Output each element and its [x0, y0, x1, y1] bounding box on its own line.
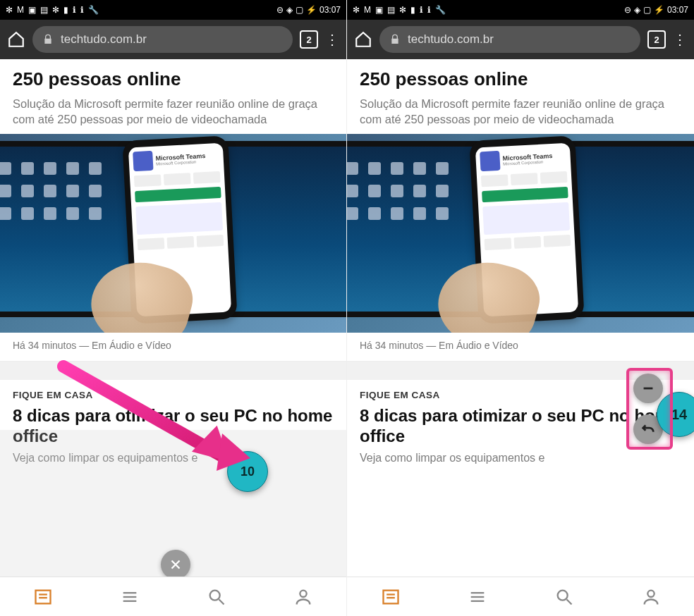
calendar-icon: ▤	[387, 5, 395, 15]
address-bar[interactable]: techtudo.com.br	[379, 26, 640, 53]
key-icon: ℹ	[427, 5, 431, 15]
news-icon[interactable]	[381, 587, 401, 607]
article-2-subtitle: Veja como limpar os equipamentos e	[360, 452, 681, 464]
battery-icon: ⚡	[654, 5, 664, 15]
remove-target-button[interactable]	[161, 550, 190, 579]
wrench-icon: 🔧	[435, 5, 446, 15]
article-image[interactable]: Microsoft TeamsMicrosoft Corporation	[0, 134, 346, 333]
lock-icon	[389, 34, 401, 45]
signal-icon: ▢	[643, 5, 651, 15]
status-bar: ✻ M ▣ ▤ ✻ ▮ ℹ ℹ 🔧 ⊖ ◈ ▢ ⚡ 03:07	[347, 0, 694, 20]
headline-2: 8 dicas para otimizar o seu PC no home o…	[13, 406, 334, 446]
url-text: techtudo.com.br	[61, 32, 147, 47]
headline: 250 pessoas online	[13, 69, 334, 90]
article-subtitle: Solução da Microsoft permite fazer reuni…	[360, 96, 681, 128]
article-meta: Há 34 minutos — Em Áudio e Vídeo	[347, 333, 694, 362]
kicker: FIQUE EM CASA	[13, 390, 334, 400]
floating-bubble[interactable]: 10	[227, 451, 268, 492]
dnd-icon: ⊖	[624, 5, 631, 15]
close-icon	[168, 557, 183, 572]
key-icon: ℹ	[73, 5, 76, 15]
bottom-nav	[0, 577, 346, 616]
battery-icon: ⚡	[306, 5, 317, 15]
separator	[0, 362, 346, 380]
sd-icon: ▮	[63, 5, 68, 15]
dnd-icon: ⊖	[276, 5, 284, 15]
svg-point-6	[210, 590, 220, 600]
status-icon: ✻	[399, 5, 406, 15]
tab-switcher[interactable]: 2	[300, 30, 318, 49]
article-meta: Há 34 minutos — Em Áudio e Vídeo	[0, 333, 346, 362]
svg-point-18	[647, 590, 654, 596]
svg-point-16	[557, 590, 567, 600]
svg-line-7	[219, 599, 224, 604]
headline: 250 pessoas online	[360, 69, 681, 90]
tab-switcher[interactable]: 2	[647, 30, 666, 49]
article-2[interactable]: FIQUE EM CASA 8 dicas para otimizar o se…	[0, 380, 346, 470]
profile-icon[interactable]	[641, 587, 661, 607]
article-2-subtitle: Veja como limpar os equipamentos e	[13, 452, 334, 464]
clock-text: 03:07	[667, 5, 688, 15]
page-content[interactable]: 250 pessoas online Solução da Microsoft …	[0, 59, 346, 470]
search-icon[interactable]	[554, 587, 574, 607]
home-icon[interactable]	[354, 30, 372, 49]
wifi-icon: ◈	[634, 5, 640, 15]
home-icon[interactable]	[7, 30, 25, 49]
menu-icon[interactable]: ⋮	[673, 31, 687, 48]
status-bar: ✻ M ▣ ▤ ✻ ▮ ℹ ℹ 🔧 ⊖ ◈ ▢ ⚡ 03:07	[0, 0, 346, 20]
article-image[interactable]: Microsoft TeamsMicrosoft Corporation	[347, 134, 694, 333]
signal-icon: ▢	[296, 5, 303, 15]
status-icon: ▣	[375, 5, 383, 15]
browser-toolbar: techtudo.com.br 2 ⋮	[347, 20, 694, 59]
wifi-icon: ◈	[286, 5, 293, 15]
article-subtitle: Solução da Microsoft permite fazer reuni…	[13, 96, 334, 128]
menu-list-icon[interactable]	[120, 587, 140, 607]
sd-icon: ▮	[410, 5, 415, 15]
clock-text: 03:07	[319, 5, 341, 15]
article-1[interactable]: 250 pessoas online Solução da Microsoft …	[0, 59, 346, 134]
svg-line-17	[566, 599, 571, 604]
browser-toolbar: techtudo.com.br 2 ⋮	[0, 20, 346, 59]
key-icon: ℹ	[420, 5, 423, 15]
lock-icon	[42, 34, 54, 45]
menu-icon[interactable]: ⋮	[325, 31, 339, 48]
svg-point-8	[300, 590, 306, 596]
profile-icon[interactable]	[293, 587, 313, 607]
status-icon: ▣	[28, 5, 36, 15]
right-screenshot: ✻ M ▣ ▤ ✻ ▮ ℹ ℹ 🔧 ⊖ ◈ ▢ ⚡ 03:07 techtudo…	[347, 0, 694, 616]
annotation-highlight	[626, 368, 673, 450]
left-screenshot: ✻ M ▣ ▤ ✻ ▮ ℹ ℹ 🔧 ⊖ ◈ ▢ ⚡ 03:07 techtudo…	[0, 0, 347, 616]
status-icon: ✻	[6, 5, 13, 15]
article-1[interactable]: 250 pessoas online Solução da Microsoft …	[347, 59, 694, 134]
search-icon[interactable]	[207, 587, 226, 607]
wrench-icon: 🔧	[88, 5, 99, 15]
menu-list-icon[interactable]	[468, 587, 487, 607]
key-icon: ℹ	[80, 5, 84, 15]
gmail-icon: M	[364, 5, 371, 15]
status-icon: ✻	[52, 5, 59, 15]
news-icon[interactable]	[33, 587, 53, 607]
url-text: techtudo.com.br	[408, 32, 494, 47]
calendar-icon: ▤	[40, 5, 48, 15]
bottom-nav	[347, 577, 694, 616]
status-icon: ✻	[353, 5, 360, 15]
gmail-icon: M	[17, 5, 24, 15]
address-bar[interactable]: techtudo.com.br	[32, 26, 293, 53]
